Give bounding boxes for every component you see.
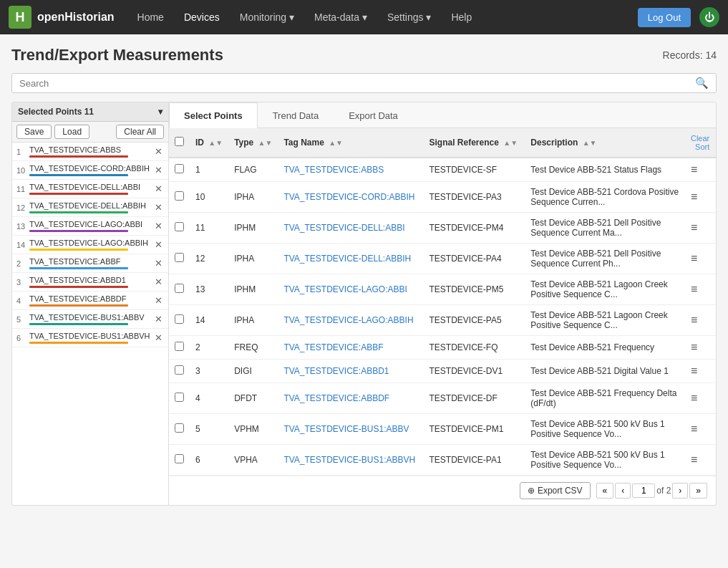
item-close-icon[interactable]: ✕: [153, 146, 164, 157]
nav-settings[interactable]: Settings ▾: [379, 0, 440, 34]
row-checkbox[interactable]: [175, 314, 184, 324]
row-menu-icon[interactable]: ≡: [691, 453, 697, 466]
table-row: 5 VPHM TVA_TESTDEVICE-BUS1:ABBV TESTDEVI…: [169, 414, 716, 445]
row-checkbox[interactable]: [175, 191, 184, 201]
load-button[interactable]: Load: [54, 125, 89, 139]
row-type: IPHM: [228, 274, 278, 305]
table-row: 2 FREQ TVA_TESTDEVICE:ABBF TESTDEVICE-FQ…: [169, 336, 716, 360]
clear-all-button[interactable]: Clear All: [116, 125, 164, 139]
item-close-icon[interactable]: ✕: [153, 314, 164, 324]
row-checkbox-cell: [169, 336, 190, 360]
tag-link[interactable]: TVA_TESTDEVICE:ABBF: [283, 342, 383, 352]
item-close-icon[interactable]: ✕: [153, 202, 164, 213]
tab-select-points[interactable]: Select Points: [169, 102, 258, 128]
row-tag: TVA_TESTDEVICE-DELL:ABBIH: [278, 244, 423, 274]
list-item: 4 TVA_TESTDEVICE:ABBDF ✕: [12, 292, 168, 310]
item-number: 3: [16, 278, 29, 287]
item-info: TVA_TESTDEVICE-DELL:ABBI: [29, 183, 153, 195]
item-close-icon[interactable]: ✕: [153, 258, 164, 269]
item-close-icon[interactable]: ✕: [153, 183, 164, 194]
row-menu-icon[interactable]: ≡: [691, 392, 697, 404]
nav-devices[interactable]: Devices: [175, 0, 228, 34]
type-sort-icon: ▲▼: [258, 139, 273, 147]
item-close-icon[interactable]: ✕: [153, 239, 164, 250]
panel-dropdown-icon[interactable]: ▾: [158, 107, 162, 117]
row-menu-icon[interactable]: ≡: [691, 423, 697, 435]
nav-help[interactable]: Help: [442, 0, 480, 34]
save-button[interactable]: Save: [16, 125, 52, 139]
row-type: DFDT: [228, 383, 278, 414]
row-menu-icon[interactable]: ≡: [691, 314, 697, 326]
tag-link[interactable]: TVA_TESTDEVICE-CORD:ABBIH: [283, 192, 414, 202]
tag-link[interactable]: TVA_TESTDEVICE-LAGO:ABBIH: [283, 315, 413, 325]
export-csv-button[interactable]: ⊕ Export CSV: [520, 482, 591, 499]
row-type: VPHM: [228, 414, 278, 445]
row-checkbox[interactable]: [175, 222, 184, 231]
last-page-button[interactable]: »: [689, 483, 707, 499]
row-type: IPHA: [228, 305, 278, 336]
tag-link[interactable]: TVA_TESTDEVICE:ABBS: [283, 165, 384, 175]
tag-link[interactable]: TVA_TESTDEVICE-BUS1:ABBV: [283, 424, 409, 434]
row-type: VPHA: [228, 445, 278, 476]
col-description[interactable]: Description ▲▼: [525, 128, 685, 158]
tag-link[interactable]: TVA_TESTDEVICE-DELL:ABBIH: [283, 254, 411, 264]
row-checkbox[interactable]: [175, 284, 184, 293]
search-input[interactable]: [19, 78, 695, 89]
col-signal[interactable]: Signal Reference ▲▼: [424, 128, 525, 158]
row-menu-icon[interactable]: ≡: [691, 221, 697, 234]
row-checkbox[interactable]: [175, 365, 184, 375]
tag-link[interactable]: TVA_TESTDEVICE-DELL:ABBI: [283, 223, 404, 233]
row-checkbox[interactable]: [175, 393, 184, 402]
item-number: 12: [16, 203, 29, 212]
tag-link[interactable]: TVA_TESTDEVICE-BUS1:ABBVH: [283, 455, 415, 465]
col-tagname[interactable]: Tag Name ▲▼: [278, 128, 423, 158]
logout-button[interactable]: Log Out: [638, 8, 691, 27]
row-checkbox[interactable]: [175, 164, 184, 173]
row-signal: TESTDEVICE-DV1: [424, 360, 525, 383]
select-all-checkbox[interactable]: [175, 137, 184, 146]
item-close-icon[interactable]: ✕: [153, 221, 164, 231]
search-icon[interactable]: 🔍: [695, 77, 709, 90]
col-id[interactable]: ID ▲▼: [190, 128, 228, 158]
nav-monitoring[interactable]: Monitoring ▾: [231, 0, 303, 34]
tag-link[interactable]: TVA_TESTDEVICE-LAGO:ABBI: [283, 284, 407, 294]
item-number: 1: [16, 148, 29, 156]
row-checkbox[interactable]: [175, 454, 184, 463]
row-menu-icon[interactable]: ≡: [691, 252, 697, 264]
item-close-icon[interactable]: ✕: [153, 295, 164, 306]
row-id: 14: [190, 305, 228, 336]
nav-metadata[interactable]: Meta-data ▾: [306, 0, 376, 34]
row-menu-icon[interactable]: ≡: [691, 341, 697, 353]
col-type[interactable]: Type ▲▼: [228, 128, 278, 158]
row-checkbox[interactable]: [175, 423, 184, 433]
row-checkbox-cell: [169, 305, 190, 336]
row-menu-icon[interactable]: ≡: [691, 191, 697, 203]
power-icon[interactable]: ⏻: [699, 7, 719, 27]
row-description: Test Device ABB-521 Frequency: [525, 336, 685, 360]
tab-export-data[interactable]: Export Data: [334, 102, 413, 128]
next-page-button[interactable]: ›: [672, 483, 688, 499]
item-close-icon[interactable]: ✕: [153, 332, 164, 343]
list-item: 10 TVA_TESTDEVICE-CORD:ABBIH ✕: [12, 161, 168, 180]
first-page-button[interactable]: «: [596, 483, 614, 499]
item-color-bar: [29, 342, 128, 344]
item-close-icon[interactable]: ✕: [153, 165, 164, 175]
nav-home[interactable]: Home: [129, 0, 173, 34]
page-number-input[interactable]: [632, 483, 655, 498]
row-checkbox[interactable]: [175, 342, 184, 351]
row-menu-icon[interactable]: ≡: [691, 365, 697, 377]
tag-link[interactable]: TVA_TESTDEVICE:ABBD1: [283, 366, 389, 376]
item-close-icon[interactable]: ✕: [153, 276, 164, 287]
tag-link[interactable]: TVA_TESTDEVICE:ABBDF: [283, 393, 389, 403]
row-menu-icon[interactable]: ≡: [691, 163, 697, 175]
row-menu-cell: ≡: [685, 336, 716, 360]
row-signal: TESTDEVICE-FQ: [424, 336, 525, 360]
row-checkbox[interactable]: [175, 253, 184, 262]
pagination: « ‹ of 2 › »: [596, 483, 707, 499]
tab-trend-data[interactable]: Trend Data: [258, 102, 334, 128]
row-menu-icon[interactable]: ≡: [691, 283, 697, 295]
clear-sort-button[interactable]: ClearSort: [691, 134, 709, 151]
table-footer: ⊕ Export CSV « ‹ of 2 › »: [169, 476, 716, 505]
right-panel: Select PointsTrend DataExport Data ID ▲▼…: [169, 102, 717, 506]
prev-page-button[interactable]: ‹: [615, 483, 631, 499]
